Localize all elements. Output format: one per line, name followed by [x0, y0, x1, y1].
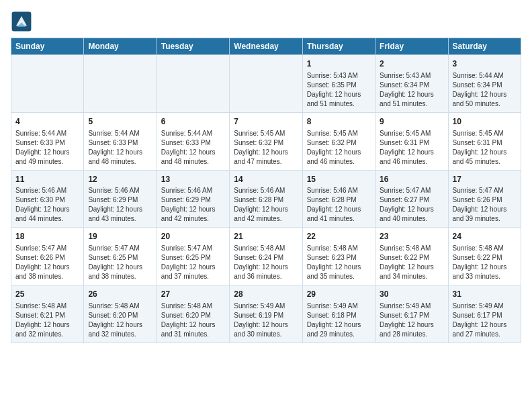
day-info: Daylight: 12 hours and 48 minutes. — [88, 148, 152, 167]
day-info: Sunrise: 5:46 AM — [161, 186, 225, 195]
col-header-monday: Monday — [84, 38, 157, 55]
day-info: Sunrise: 5:44 AM — [161, 129, 225, 138]
day-info: Daylight: 12 hours and 37 minutes. — [161, 263, 225, 281]
calendar-cell: 28Sunrise: 5:49 AMSunset: 6:19 PMDayligh… — [230, 285, 302, 343]
day-number: 6 — [161, 116, 225, 128]
day-info: Daylight: 12 hours and 31 minutes. — [161, 320, 225, 339]
calendar-cell: 3Sunrise: 5:44 AMSunset: 6:34 PMDaylight… — [448, 55, 521, 113]
week-row-2: 4Sunrise: 5:44 AMSunset: 6:33 PMDaylight… — [11, 112, 521, 170]
calendar-cell — [11, 55, 84, 113]
day-info: Daylight: 12 hours and 34 minutes. — [380, 263, 443, 281]
col-header-tuesday: Tuesday — [157, 38, 229, 55]
calendar-cell: 23Sunrise: 5:48 AMSunset: 6:22 PMDayligh… — [375, 228, 448, 285]
day-info: Daylight: 12 hours and 27 minutes. — [453, 320, 517, 339]
col-header-friday: Friday — [375, 38, 448, 55]
day-info: Sunset: 6:23 PM — [307, 253, 371, 263]
logo-icon — [11, 11, 32, 32]
col-header-saturday: Saturday — [448, 38, 521, 55]
calendar-cell — [230, 55, 302, 113]
day-info: Daylight: 12 hours and 29 minutes. — [307, 320, 371, 339]
day-info: Daylight: 12 hours and 51 minutes. — [380, 90, 443, 109]
calendar-cell: 9Sunrise: 5:45 AMSunset: 6:31 PMDaylight… — [375, 112, 448, 170]
day-info: Daylight: 12 hours and 42 minutes. — [234, 205, 298, 224]
day-info: Sunrise: 5:45 AM — [234, 129, 298, 138]
day-info: Daylight: 12 hours and 42 minutes. — [161, 205, 225, 224]
day-number: 21 — [234, 231, 298, 242]
day-info: Sunrise: 5:48 AM — [15, 302, 79, 311]
week-row-3: 11Sunrise: 5:46 AMSunset: 6:30 PMDayligh… — [11, 170, 521, 228]
day-info: Daylight: 12 hours and 46 minutes. — [380, 148, 443, 167]
day-number: 28 — [234, 289, 298, 300]
day-info: Daylight: 12 hours and 48 minutes. — [161, 148, 225, 167]
day-info: Sunrise: 5:46 AM — [88, 186, 152, 195]
day-number: 16 — [380, 174, 443, 185]
logo — [11, 11, 35, 32]
day-number: 31 — [453, 289, 517, 300]
week-row-5: 25Sunrise: 5:48 AMSunset: 6:21 PMDayligh… — [11, 285, 521, 343]
day-info: Sunset: 6:25 PM — [161, 253, 225, 263]
day-number: 8 — [307, 116, 371, 128]
day-info: Sunset: 6:28 PM — [307, 195, 371, 205]
calendar-cell — [157, 55, 229, 113]
day-number: 25 — [15, 289, 79, 300]
header — [11, 11, 521, 32]
day-info: Sunset: 6:27 PM — [380, 195, 443, 205]
day-info: Daylight: 12 hours and 32 minutes. — [88, 320, 152, 339]
day-info: Sunset: 6:17 PM — [380, 311, 443, 320]
day-info: Daylight: 12 hours and 30 minutes. — [234, 320, 298, 339]
calendar-cell: 29Sunrise: 5:49 AMSunset: 6:18 PMDayligh… — [302, 285, 375, 343]
calendar-cell — [84, 55, 157, 113]
day-info: Sunset: 6:26 PM — [453, 195, 517, 205]
day-number: 11 — [15, 174, 79, 185]
col-header-thursday: Thursday — [302, 38, 375, 55]
day-info: Sunrise: 5:47 AM — [380, 186, 443, 195]
day-number: 9 — [380, 116, 443, 128]
day-info: Sunset: 6:19 PM — [234, 311, 298, 320]
day-info: Sunrise: 5:47 AM — [15, 244, 79, 253]
day-number: 4 — [15, 116, 79, 128]
day-info: Sunset: 6:30 PM — [15, 195, 79, 205]
day-info: Sunset: 6:32 PM — [234, 138, 298, 148]
day-info: Daylight: 12 hours and 46 minutes. — [307, 148, 371, 167]
day-number: 2 — [380, 58, 443, 70]
calendar-cell: 18Sunrise: 5:47 AMSunset: 6:26 PMDayligh… — [11, 228, 84, 285]
day-number: 30 — [380, 289, 443, 300]
day-info: Sunset: 6:21 PM — [15, 311, 79, 320]
day-info: Sunset: 6:17 PM — [453, 311, 517, 320]
day-number: 23 — [380, 231, 443, 242]
calendar-cell: 14Sunrise: 5:46 AMSunset: 6:28 PMDayligh… — [230, 170, 302, 228]
day-info: Sunrise: 5:48 AM — [234, 244, 298, 253]
day-info: Sunrise: 5:48 AM — [307, 244, 371, 253]
calendar-cell: 8Sunrise: 5:45 AMSunset: 6:32 PMDaylight… — [302, 112, 375, 170]
calendar-cell: 10Sunrise: 5:45 AMSunset: 6:31 PMDayligh… — [448, 112, 521, 170]
calendar-cell: 7Sunrise: 5:45 AMSunset: 6:32 PMDaylight… — [230, 112, 302, 170]
calendar-cell: 25Sunrise: 5:48 AMSunset: 6:21 PMDayligh… — [11, 285, 84, 343]
day-number: 7 — [234, 116, 298, 128]
day-info: Daylight: 12 hours and 45 minutes. — [453, 148, 517, 167]
calendar-cell: 12Sunrise: 5:46 AMSunset: 6:29 PMDayligh… — [84, 170, 157, 228]
day-info: Sunset: 6:35 PM — [307, 81, 371, 90]
day-number: 18 — [15, 231, 79, 242]
day-info: Sunrise: 5:47 AM — [161, 244, 225, 253]
header-row: SundayMondayTuesdayWednesdayThursdayFrid… — [11, 38, 521, 55]
calendar-cell: 20Sunrise: 5:47 AMSunset: 6:25 PMDayligh… — [157, 228, 229, 285]
day-info: Sunset: 6:20 PM — [161, 311, 225, 320]
day-number: 19 — [88, 231, 152, 242]
day-info: Sunset: 6:22 PM — [380, 253, 443, 263]
calendar-cell: 22Sunrise: 5:48 AMSunset: 6:23 PMDayligh… — [302, 228, 375, 285]
day-info: Daylight: 12 hours and 49 minutes. — [15, 148, 79, 167]
calendar-cell: 31Sunrise: 5:49 AMSunset: 6:17 PMDayligh… — [448, 285, 521, 343]
day-number: 29 — [307, 289, 371, 300]
day-number: 20 — [161, 231, 225, 242]
day-info: Daylight: 12 hours and 28 minutes. — [380, 320, 443, 339]
day-number: 24 — [453, 231, 517, 242]
calendar-cell: 27Sunrise: 5:48 AMSunset: 6:20 PMDayligh… — [157, 285, 229, 343]
day-number: 5 — [88, 116, 152, 128]
day-info: Sunset: 6:18 PM — [307, 311, 371, 320]
day-info: Sunrise: 5:45 AM — [453, 129, 517, 138]
day-info: Sunset: 6:32 PM — [307, 138, 371, 148]
day-info: Daylight: 12 hours and 33 minutes. — [453, 263, 517, 281]
calendar-cell: 4Sunrise: 5:44 AMSunset: 6:33 PMDaylight… — [11, 112, 84, 170]
day-info: Sunset: 6:31 PM — [453, 138, 517, 148]
day-info: Sunrise: 5:46 AM — [15, 186, 79, 195]
